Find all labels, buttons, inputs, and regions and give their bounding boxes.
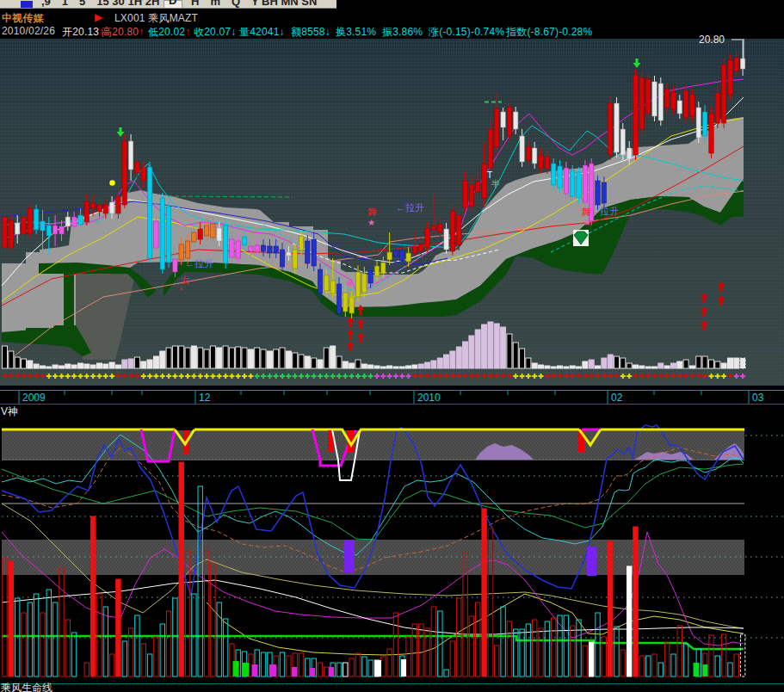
svg-text:★: ★: [345, 277, 355, 289]
svg-text:←拉升: ←拉升: [590, 206, 619, 216]
svg-text:←拉升: ←拉升: [396, 202, 424, 213]
svg-text:←拉升: ←拉升: [185, 258, 213, 269]
svg-text:02: 02: [611, 392, 623, 404]
svg-text:★: ★: [367, 218, 375, 227]
svg-text:半: 半: [491, 179, 500, 188]
svg-text:乘风生命线: 乘风生命线: [1, 682, 52, 692]
svg-text:20.80: 20.80: [699, 34, 725, 46]
svg-text:03: 03: [752, 392, 764, 404]
svg-text:女: 女: [181, 275, 190, 285]
svg-text:2010: 2010: [417, 392, 441, 404]
svg-text:V神: V神: [1, 405, 18, 417]
svg-text:舞: 舞: [367, 207, 377, 217]
svg-text:2009: 2009: [22, 392, 46, 404]
svg-text:★: ★: [583, 218, 591, 227]
svg-text:×: ×: [179, 285, 183, 293]
svg-text:12: 12: [199, 392, 211, 404]
